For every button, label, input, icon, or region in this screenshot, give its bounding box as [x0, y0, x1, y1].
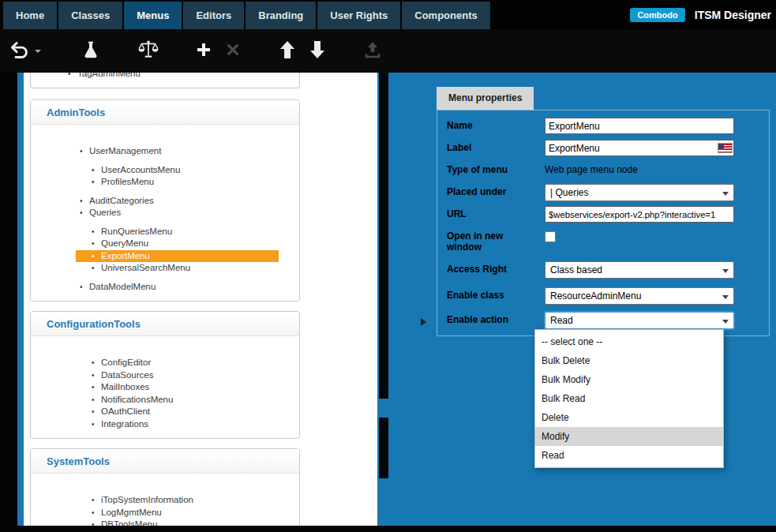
dropdown-option-bulk-modify[interactable]: Bulk Modify	[535, 370, 723, 389]
dropdown-option-select-one[interactable]: -- select one --	[535, 332, 723, 351]
url-input[interactable]	[545, 206, 734, 223]
bullet-icon: •	[92, 394, 101, 406]
tab-branding[interactable]: Branding	[246, 2, 316, 29]
enable-action-select[interactable]: Read	[545, 312, 734, 329]
tree-item-auditcategories[interactable]: •AuditCategories	[31, 195, 299, 208]
tree-section-title: SystemTools	[31, 449, 299, 474]
tree-item-notificationsmenu[interactable]: •NotificationsMenu	[31, 394, 299, 406]
menu-properties-tab[interactable]: Menu properties	[437, 87, 534, 110]
bullet-icon: •	[92, 176, 101, 189]
tree-item-oauthclient[interactable]: •OAuthClient	[31, 406, 299, 418]
chevron-down-icon	[722, 295, 729, 299]
tab-home[interactable]: Home	[3, 2, 57, 29]
field-label-new-window: Open in new window	[447, 230, 532, 253]
toolbar	[0, 29, 776, 73]
tree-item-universalsearchmenu[interactable]: •UniversalSearchMenu	[31, 262, 299, 275]
access-right-select[interactable]: Class based	[545, 261, 734, 279]
bullet-icon: •	[80, 281, 89, 294]
tab-menus[interactable]: Menus	[124, 2, 182, 29]
field-label-name: Name	[447, 120, 532, 131]
tab-user-rights[interactable]: User Rights	[317, 2, 400, 29]
tree-item-itopsysteminformation[interactable]: •iTopSystemInformation	[31, 494, 299, 507]
tree-item-TagAdminMenu[interactable]: • TagAdminMenu	[31, 73, 299, 81]
brand-area: Combodo ITSM Designer	[630, 0, 771, 29]
tree-item-datasources[interactable]: •DataSources	[31, 369, 299, 382]
undo-menu-button[interactable]	[32, 33, 43, 69]
tree-item-label: RunQueriesMenu	[101, 226, 172, 238]
tab-classes[interactable]: Classes	[58, 2, 122, 29]
name-input[interactable]	[545, 118, 734, 134]
enable-class-select[interactable]: ResourceAdminMenu	[545, 287, 734, 305]
move-up-icon	[278, 39, 297, 62]
bullet-icon: •	[92, 238, 101, 250]
tree-item-label: ConfigEditor	[101, 357, 151, 369]
field-label-url: URL	[447, 208, 532, 219]
test-button[interactable]	[78, 33, 103, 69]
bullet-icon: •	[92, 519, 101, 526]
dropdown-option-modify[interactable]: Modify	[535, 427, 723, 446]
tree-item-integrations[interactable]: •Integrations	[31, 418, 299, 431]
tree-item-runqueriesmenu[interactable]: •RunQueriesMenu	[31, 226, 299, 238]
tree-item-label: iTopSystemInformation	[101, 494, 193, 507]
bullet-icon: •	[92, 262, 101, 275]
tree-section-title: ConfigurationTools	[31, 312, 299, 336]
add-icon	[194, 40, 213, 62]
menu-tree-panel[interactable]: • TagAdminMenu AdminTools•UserManagement…	[24, 73, 377, 526]
dropdown-option-bulk-read[interactable]: Bulk Read	[535, 389, 723, 408]
tree-item-queries[interactable]: •Queries	[31, 207, 299, 219]
dropdown-option-bulk-delete[interactable]: Bulk Delete	[535, 351, 723, 370]
bullet-icon: •	[92, 494, 101, 507]
field-label-label: Label	[447, 142, 532, 153]
tree-section-admintools: AdminTools•UserManagement•UserAccountsMe…	[30, 99, 300, 302]
tree-section-title: AdminTools	[31, 100, 299, 125]
tree-item-mailinboxes[interactable]: •MailInboxes	[31, 381, 299, 394]
divider-notch	[379, 399, 388, 418]
bullet-icon: •	[92, 406, 101, 418]
bullet-icon: •	[92, 369, 101, 382]
label-input[interactable]	[545, 140, 734, 156]
select-value: Read	[550, 315, 573, 326]
move-up-button[interactable]	[276, 33, 299, 69]
dropdown-option-read[interactable]: Read	[535, 446, 723, 465]
combodo-badge[interactable]: Combodo	[630, 8, 684, 22]
tree-item-label: QueryMenu	[101, 238, 148, 250]
menu-type-value: Web page menu node	[545, 164, 638, 175]
tab-editors[interactable]: Editors	[183, 2, 244, 29]
us-flag-icon[interactable]	[718, 144, 732, 152]
flask-icon	[81, 39, 101, 62]
collapse-panel-arrow[interactable]	[421, 318, 426, 326]
move-down-button[interactable]	[306, 33, 329, 69]
tree-item-profilesmenu[interactable]: •ProfilesMenu	[31, 176, 299, 189]
tree-item-logmgmtmenu[interactable]: •LogMgmtMenu	[31, 507, 299, 519]
bullet-icon: •	[92, 164, 101, 177]
publish-icon	[363, 40, 382, 62]
add-button[interactable]	[192, 33, 216, 69]
menu-tree: AdminTools•UserManagement•UserAccountsMe…	[30, 99, 377, 526]
tab-components[interactable]: Components	[402, 2, 489, 29]
open-new-window-checkbox[interactable]	[545, 231, 556, 242]
tree-item-configeditor[interactable]: •ConfigEditor	[31, 357, 299, 369]
tree-item-querymenu[interactable]: •QueryMenu	[31, 238, 299, 250]
field-label-access-right: Access Right	[447, 264, 532, 275]
field-label-enable-class: Enable class	[447, 290, 532, 301]
compare-button[interactable]	[135, 33, 162, 69]
undo-button[interactable]	[6, 33, 32, 69]
tree-item-usermanagement[interactable]: •UserManagement	[31, 145, 299, 158]
tree-item-datamodelmenu[interactable]: •DataModelMenu	[31, 281, 299, 294]
tree-item-exportmenu[interactable]: •ExportMenu	[76, 250, 279, 263]
tree-item-dbtoolsmenu[interactable]: •DBToolsMenu	[31, 519, 299, 526]
undo-icon	[9, 39, 30, 63]
tree-item-label: Queries	[89, 207, 121, 219]
dropdown-option-delete[interactable]: Delete	[535, 408, 723, 427]
select-value: ResourceAdminMenu	[550, 290, 641, 302]
chevron-down-icon	[722, 320, 729, 324]
tree-item-useraccountsmenu[interactable]: •UserAccountsMenu	[31, 164, 299, 177]
bullet-icon: •	[80, 207, 89, 219]
placed-under-select[interactable]: | Queries	[545, 184, 734, 201]
panel-divider[interactable]	[379, 73, 388, 526]
tree-item-label: NotificationsMenu	[101, 394, 173, 406]
bullet-icon: •	[80, 145, 89, 158]
bullet-icon: •	[92, 418, 101, 431]
select-value: | Queries	[550, 187, 588, 198]
select-value: Class based	[550, 264, 602, 275]
